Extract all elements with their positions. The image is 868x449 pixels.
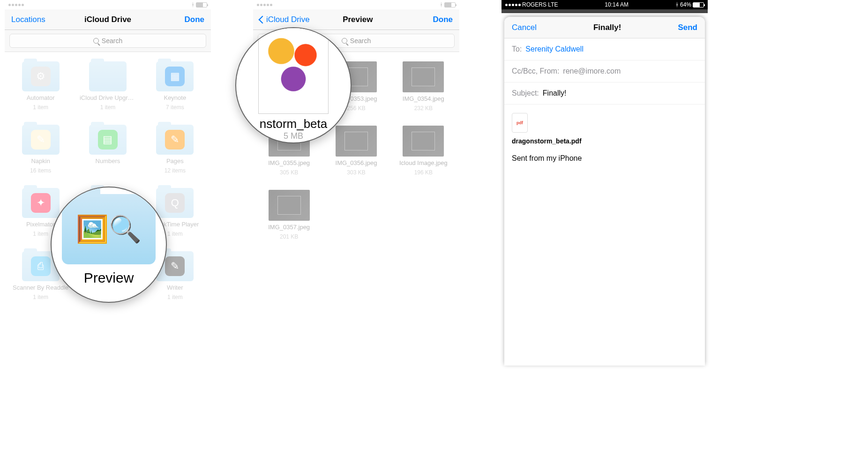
bluetooth-icon: ᚼ [440,1,443,8]
folder-name: Automator [27,94,55,101]
subject-field[interactable]: Subject: Finally! [504,82,705,105]
search-icon [342,38,347,44]
compose-sheet: Cancel Finally! Send To: Serenity Caldwe… [504,17,705,366]
status-bar: ROGERS LTE 10:14 AM ᚼ 64% [501,0,708,9]
app-icon: ✎ [31,130,51,150]
magnifier-filesize: 5 MB [284,131,303,141]
file-item[interactable]: IMG_0357.jpeg201 KB [258,190,320,240]
folder-icon: ✦ [22,188,60,218]
app-icon: ▦ [165,67,185,86]
magnifier-label: Preview [84,270,134,286]
folder-meta: 1 item [167,294,183,300]
app-icon: Q [165,193,185,213]
battery-percent: 64% [680,1,691,8]
bluetooth-icon: ᚼ [191,1,195,8]
file-size: 303 KB [347,169,365,176]
nav-title: Preview [343,15,373,24]
search-icon [93,38,99,44]
file-thumbnail [336,126,377,157]
subject-label: Subject: [512,89,539,97]
battery-icon [444,2,456,7]
file-size: 201 KB [280,233,298,240]
file-name: Icloud Image.jpeg [399,159,448,166]
folder-name: Numbers [96,157,120,165]
preview-folder-icon[interactable]: 🖼️🔍 [62,194,156,264]
folder-icon: ✎ [156,125,194,155]
folder-icon: ▦ [156,61,194,91]
folder-icon: ▤ [89,125,127,155]
folder-item[interactable]: ▤Numbers [76,125,139,174]
attachment-filename: dragonstorm_beta.pdf [512,137,582,145]
nav-done-button[interactable]: Done [185,15,205,24]
pdf-icon: pdf [512,113,528,133]
nav-bar: Locations iCloud Drive Done [5,9,211,30]
file-size: 232 KB [414,105,433,112]
search-input[interactable]: Search [9,34,206,48]
app-icon: ✎ [165,130,185,150]
to-value[interactable]: Serenity Caldwell [525,45,584,53]
compose-header: Cancel Finally! Send [504,17,705,38]
folder-item[interactable]: iCloud Drive Upgrad…1 item [76,61,139,111]
file-size: 256 KB [347,105,365,112]
nav-bar: iCloud Drive Preview Done [253,9,459,30]
folder-name: Pixelmator [26,221,55,228]
folder-meta: 7 items [166,104,184,111]
nav-done-button[interactable]: Done [433,15,453,24]
panel-mail-compose: ROGERS LTE 10:14 AM ᚼ 64% Cancel Finally… [501,0,708,366]
file-thumbnail [269,190,310,221]
app-icon: ✦ [31,193,51,213]
folder-item[interactable]: ✎Pages12 items [144,125,206,174]
file-thumbnail [403,126,444,157]
folder-item[interactable]: ▦Keynote7 items [144,61,206,111]
folder-name: Keynote [164,94,186,101]
cancel-button[interactable]: Cancel [512,23,537,32]
attachment-block[interactable]: pdf dragonstorm_beta.pdf [504,105,705,147]
folder-name: iCloud Drive Upgrad… [80,94,136,101]
to-field[interactable]: To: Serenity Caldwell [504,38,705,60]
bluetooth-icon: ᚼ [675,1,679,8]
file-item[interactable]: IMG_0354.jpeg232 KB [392,61,455,112]
file-item[interactable]: IMG_0356.jpeg303 KB [325,126,387,176]
folder-icon [89,61,127,91]
folder-name: Scanner By Readdle [13,284,68,291]
folder-item[interactable]: ✎Napkin16 items [9,125,72,174]
nav-locations-link[interactable]: Locations [11,15,45,24]
status-time: 10:14 AM [605,1,629,8]
magnifier-selected-file: nstorm_beta 5 MB [235,27,352,143]
magnifier-preview-folder: 🖼️🔍 Preview [51,187,167,303]
search-placeholder: Search [102,37,122,45]
pdf-artwork [263,27,324,107]
pdf-thumbnail[interactable] [258,27,329,114]
file-item[interactable]: Icloud Image.jpeg196 KB [392,126,455,176]
file-name: IMG_0355.jpeg [268,159,310,166]
carrier-label: ROGERS LTE [522,1,558,8]
app-icon: ⎙ [31,256,51,276]
folder-name: Pages [166,157,184,165]
app-icon: ▤ [98,130,118,150]
folder-item[interactable]: ⚙︎Automator1 item [9,61,72,111]
panel-icloud-root: ᚼ Locations iCloud Drive Done Search ⚙︎A… [5,0,211,366]
file-thumbnail [403,61,444,92]
file-size: 305 KB [280,169,298,176]
folder-name: Writer [167,284,183,291]
to-label: To: [512,45,522,53]
nav-title: iCloud Drive [84,15,131,24]
preview-app-icon: 🖼️🔍 [76,214,142,245]
folder-icon: ✎ [22,125,60,155]
subject-value: Finally! [543,89,567,97]
battery-icon [196,2,207,7]
send-button[interactable]: Send [678,23,697,32]
status-bar: ᚼ [5,0,211,9]
folder-meta: 1 item [33,104,48,111]
ccbcc-from-field[interactable]: Cc/Bcc, From: rene@imore.com [504,60,705,82]
nav-back-button[interactable]: iCloud Drive [260,15,310,24]
file-size: 196 KB [414,169,433,176]
file-name: IMG_0356.jpeg [336,159,377,166]
chevron-left-icon [259,15,267,23]
folder-meta: 1 item [100,104,116,111]
search-container: Search [5,30,211,52]
panel-preview-folder: ᚼ iCloud Drive Preview Done Search drago… [253,0,459,366]
email-signature[interactable]: Sent from my iPhone [504,147,705,170]
folder-meta: 16 items [30,167,51,174]
folder-meta: 12 items [165,167,186,174]
